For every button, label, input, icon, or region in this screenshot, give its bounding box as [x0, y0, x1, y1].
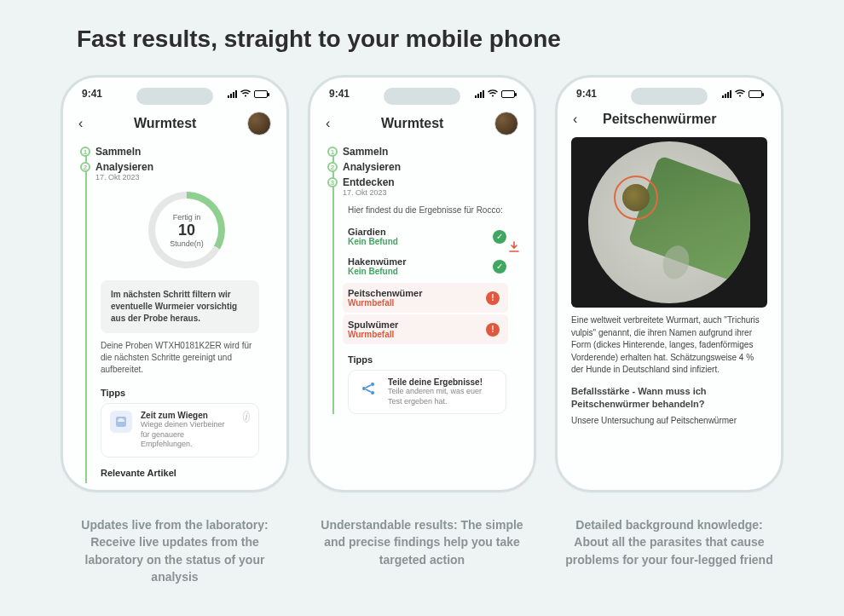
ring-unit: Stunde(n) — [170, 239, 204, 248]
tips-title: Tipps — [348, 351, 520, 370]
page-heading: Fast results, straight to your mobile ph… — [77, 26, 793, 53]
result-name: Spulwümer — [348, 320, 398, 330]
result-status: Wurmbefall — [348, 298, 422, 308]
status-time: 9:41 — [576, 88, 597, 100]
step-dot-1: 1 — [327, 147, 338, 157]
svg-point-3 — [371, 391, 374, 394]
status-time: 9:41 — [329, 88, 350, 100]
result-status: Wurmbefall — [348, 330, 398, 339]
progress-ring: Fertig in 10 Stunde(n) — [148, 192, 225, 268]
result-status: Kein Befund — [348, 237, 398, 246]
wifi-icon — [240, 88, 251, 100]
timeline: 1 Sammeln 2 Analysieren 17. Okt 2023 Fer… — [63, 137, 286, 483]
step-analysieren[interactable]: 2 Analysieren — [329, 161, 520, 173]
progress-ring-wrap: Fertig in 10 Stunde(n) — [101, 185, 273, 275]
svg-point-2 — [362, 387, 366, 390]
step-label: Sammeln — [95, 146, 273, 158]
nav-title: Wurmtest — [381, 116, 444, 131]
result-name: Peitschenwümer — [348, 288, 422, 298]
signal-icon — [475, 90, 484, 98]
back-icon[interactable]: ‹ — [326, 116, 330, 131]
step-label: Entdecken — [343, 176, 520, 188]
avatar[interactable] — [494, 112, 518, 135]
signal-icon — [722, 90, 731, 98]
microscope-image — [571, 137, 767, 308]
check-icon: ✓ — [493, 260, 506, 273]
share-card[interactable]: Teile deine Ergebnisse! Teile anderen mi… — [348, 370, 506, 414]
ring-value: 10 — [170, 222, 204, 239]
tip-title: Zeit zum Wiegen — [141, 411, 234, 420]
phone-mockup-3: 9:41 ‹ Peitschenwürmer — [555, 75, 783, 492]
step-dot-2: 2 — [327, 162, 338, 172]
sample-status: Deine Proben WTXH0181K2ER wird für die n… — [101, 340, 273, 384]
step-label: Analysieren — [343, 161, 520, 173]
back-icon[interactable]: ‹ — [573, 112, 577, 127]
step-dot-2: 2 — [80, 162, 90, 172]
info-icon[interactable]: i — [243, 411, 250, 423]
avatar[interactable] — [247, 112, 271, 135]
ring-top-label: Fertig in — [170, 213, 204, 222]
battery-icon — [749, 90, 762, 98]
article-paragraph-2: Unsere Untersuchung auf Peitschenwürmer — [571, 415, 767, 428]
step-label: Sammeln — [343, 146, 520, 158]
step-entdecken[interactable]: 3 Entdecken 17. Okt 2023 — [329, 176, 520, 197]
step-date: 17. Okt 2023 — [95, 173, 273, 181]
step-dot-3: 3 — [327, 177, 338, 187]
phone-notch — [384, 88, 460, 105]
phone-notch — [136, 88, 213, 105]
phone-notch — [631, 88, 708, 105]
tip-card-weigh[interactable]: Zeit zum Wiegen Wiege deinen Vierbeiner … — [101, 403, 259, 458]
articles-title: Relevante Artikel — [101, 464, 273, 483]
status-icons — [722, 88, 762, 100]
nav-bar: ‹ Peitschenwürmer — [558, 105, 781, 129]
phone-mockup-2: 9:41 ‹ Wurmtest 1 Sammeln — [308, 75, 536, 492]
nav-bar: ‹ Wurmtest — [310, 105, 534, 137]
nav-bar: ‹ Wurmtest — [63, 105, 286, 137]
step-sammeln[interactable]: 1 Sammeln — [82, 146, 273, 158]
back-icon[interactable]: ‹ — [78, 116, 83, 131]
status-icons — [475, 88, 515, 100]
caption-1: Updates live from the laboratory: Receiv… — [61, 516, 289, 585]
wifi-icon — [488, 88, 498, 100]
timeline: 1 Sammeln 2 Analysieren 3 Entdecken 17. … — [310, 137, 534, 414]
nav-title: Peitschenwürmer — [603, 112, 716, 127]
phones-row: 9:41 ‹ Wurmtest 1 Sammeln — [51, 75, 793, 585]
status-time: 9:41 — [82, 88, 102, 100]
phone-column-3: 9:41 ‹ Peitschenwürmer — [555, 75, 783, 568]
check-icon: ✓ — [493, 230, 506, 244]
tip-desc: Wiege deinen Vierbeiner für genauere Emp… — [141, 420, 234, 450]
wifi-icon — [735, 88, 745, 100]
result-spulwuermer[interactable]: Spulwümer Wurmbefall ! — [343, 314, 508, 344]
battery-icon — [501, 90, 515, 98]
alert-icon: ! — [486, 291, 500, 305]
nav-title: Wurmtest — [134, 116, 197, 131]
caption-3: Detailed background knowledge: About all… — [555, 516, 783, 568]
alert-icon: ! — [486, 323, 500, 337]
share-icon — [357, 377, 379, 400]
share-title: Teile deine Ergebnisse! — [388, 377, 497, 387]
share-desc: Teile anderen mit, was euer Test ergeben… — [388, 387, 497, 406]
result-giardien[interactable]: Giardien Kein Befund ✓ — [348, 222, 518, 251]
article-paragraph: Eine weltweit verbreitete Wurmart, auch … — [571, 314, 767, 377]
next-step-box: Im nächsten Schritt filtern wir eventuel… — [101, 280, 259, 333]
result-status: Kein Befund — [348, 267, 406, 276]
phone-mockup-1: 9:41 ‹ Wurmtest 1 Sammeln — [61, 75, 289, 492]
caption-2: Understandable results: The simple and p… — [308, 516, 536, 568]
results-intro: Hier findest du die Ergebnisse für Rocco… — [348, 200, 520, 222]
result-peitschenwuermer[interactable]: Peitschenwümer Wurmbefall ! — [343, 283, 508, 313]
step-date: 17. Okt 2023 — [343, 188, 520, 197]
phone-column-1: 9:41 ‹ Wurmtest 1 Sammeln — [61, 75, 289, 585]
step-analysieren[interactable]: 2 Analysieren 17. Okt 2023 — [82, 161, 273, 181]
step-label: Analysieren — [95, 161, 273, 173]
battery-icon — [254, 90, 268, 98]
result-name: Hakenwümer — [348, 256, 406, 267]
result-name: Giardien — [348, 227, 398, 237]
result-hakenwuermer[interactable]: Hakenwümer Kein Befund ✓ — [348, 251, 518, 281]
status-icons — [228, 88, 268, 100]
signal-icon — [228, 90, 237, 98]
download-icon[interactable] — [508, 241, 520, 256]
tips-title: Tipps — [101, 384, 273, 403]
svg-point-1 — [371, 383, 374, 386]
step-sammeln[interactable]: 1 Sammeln — [329, 146, 520, 158]
scale-icon — [110, 411, 132, 433]
